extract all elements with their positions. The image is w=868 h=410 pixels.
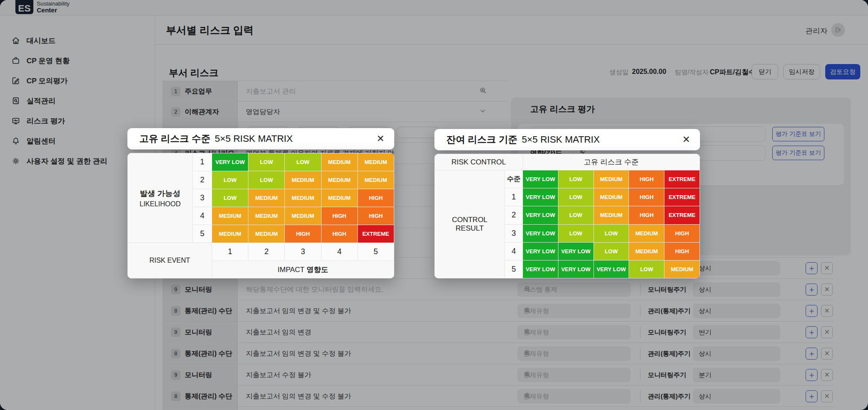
matrix-cell: LOW (629, 260, 664, 278)
matrix-cell: VERY LOW (523, 224, 558, 242)
matrix-cell: MEDIUM (593, 188, 629, 206)
impact-level: 5 (357, 243, 394, 261)
matrix-cell: EXTREME (664, 206, 700, 224)
matrix-cell: LOW (248, 171, 285, 189)
matrix-cell: HIGH (629, 170, 664, 188)
matrix-cell: MEDIUM (248, 189, 285, 207)
control-level: 3 (505, 224, 523, 242)
matrix-cell: MEDIUM (629, 242, 664, 260)
inherent-risk-matrix-modal-body: 발생 가능성LIKELIHOOD1VERY LOWLOWLOWMEDIUMMED… (127, 153, 394, 278)
matrix-cell: MEDIUM (357, 153, 394, 171)
likelihood-axis-label: 발생 가능성LIKELIHOOD (128, 153, 193, 243)
matrix-cell: LOW (212, 171, 248, 189)
impact-level: 3 (285, 243, 321, 261)
matrix-cell: MEDIUM (248, 207, 285, 225)
matrix-cell: HIGH (664, 224, 700, 242)
matrix-cell: MEDIUM (664, 260, 700, 278)
matrix-cell: HIGH (321, 225, 357, 243)
inherent-risk-matrix-modal-titlebar: 고유 리스크 수준5×5 RISK MATRIX ✕ (127, 128, 394, 149)
matrix-cell: MEDIUM (212, 207, 248, 225)
impact-level: 4 (321, 243, 357, 261)
risk-control-header: RISK CONTROL (435, 154, 523, 170)
inherent-level-header: 고유 리스크 수준 (523, 154, 700, 170)
control-level: 수준 (505, 170, 523, 188)
control-result-label: CONTROLRESULT (435, 170, 505, 278)
matrix-cell: LOW (558, 224, 593, 242)
matrix-cell: MEDIUM (285, 171, 321, 189)
matrix-cell: EXTREME (664, 188, 700, 206)
matrix-cell: VERY LOW (212, 153, 248, 171)
impact-axis-label: IMPACT 영향도 (212, 261, 394, 278)
matrix-cell: HIGH (321, 207, 357, 225)
matrix-cell: MEDIUM (321, 171, 357, 189)
matrix-cell: MEDIUM (629, 224, 664, 242)
residual-risk-matrix-modal-titlebar: 잔여 리스크 기준5×5 RISK MATRIX ✕ (434, 129, 700, 150)
matrix-cell: LOW (248, 153, 285, 171)
matrix-cell: VERY LOW (523, 188, 558, 206)
control-level: 5 (505, 260, 523, 278)
matrix-cell: LOW (212, 189, 248, 207)
matrix-cell: LOW (593, 242, 629, 260)
matrix-cell: MEDIUM (285, 189, 321, 207)
modal2-title-ko: 잔여 리스크 기준 (446, 134, 517, 145)
matrix-cell: VERY LOW (523, 206, 558, 224)
modal2-title-en: 5×5 RISK MATRIX (522, 134, 599, 145)
matrix-cell: EXTREME (357, 225, 394, 243)
matrix-cell: HIGH (664, 242, 700, 260)
matrix-cell: MEDIUM (248, 225, 285, 243)
matrix-cell: VERY LOW (593, 260, 629, 278)
control-level: 1 (505, 188, 523, 206)
matrix-cell: VERY LOW (558, 260, 593, 278)
matrix-cell: HIGH (629, 188, 664, 206)
likelihood-level: 4 (193, 207, 212, 225)
risk-event-label: RISK EVENT (128, 243, 212, 278)
matrix-cell: VERY LOW (558, 242, 593, 260)
residual-risk-matrix: RISK CONTROL 고유 리스크 수준CONTROLRESULT수준VER… (434, 154, 700, 278)
matrix-cell: HIGH (285, 225, 321, 243)
modal1-title-en: 5×5 RISK MATRIX (215, 133, 292, 144)
close-icon[interactable]: ✕ (375, 133, 387, 145)
app-window: ES Sustainability Center 대시보드CP 운영 현황CP … (0, 0, 868, 410)
matrix-cell: HIGH (629, 206, 664, 224)
matrix-cell: HIGH (357, 189, 394, 207)
matrix-cell: VERY LOW (523, 242, 558, 260)
matrix-cell: MEDIUM (357, 171, 394, 189)
matrix-cell: MEDIUM (212, 225, 248, 243)
modal1-title-ko: 고유 리스크 수준 (139, 133, 210, 144)
impact-level: 2 (248, 243, 285, 261)
likelihood-level: 3 (193, 189, 212, 207)
residual-risk-matrix-modal-body: RISK CONTROL 고유 리스크 수준CONTROLRESULT수준VER… (434, 154, 700, 278)
matrix-cell: LOW (558, 188, 593, 206)
matrix-cell: MEDIUM (593, 170, 629, 188)
matrix-cell: EXTREME (664, 170, 700, 188)
matrix-cell: HIGH (357, 207, 394, 225)
likelihood-level: 5 (193, 225, 212, 243)
control-level: 4 (505, 242, 523, 260)
matrix-cell: LOW (558, 206, 593, 224)
matrix-cell: LOW (558, 170, 593, 188)
likelihood-level: 2 (193, 171, 212, 189)
matrix-cell: LOW (593, 224, 629, 242)
matrix-cell: MEDIUM (321, 189, 357, 207)
matrix-cell: VERY LOW (523, 170, 558, 188)
matrix-cell: MEDIUM (593, 206, 629, 224)
control-level: 2 (505, 206, 523, 224)
matrix-cell: MEDIUM (285, 207, 321, 225)
matrix-cell: MEDIUM (321, 153, 357, 171)
matrix-cell: VERY LOW (523, 260, 558, 278)
matrix-cell: LOW (285, 153, 321, 171)
close-icon[interactable]: ✕ (680, 134, 692, 146)
impact-level: 1 (212, 243, 248, 261)
inherent-risk-matrix: 발생 가능성LIKELIHOOD1VERY LOWLOWLOWMEDIUMMED… (127, 153, 394, 278)
likelihood-level: 1 (193, 153, 212, 171)
